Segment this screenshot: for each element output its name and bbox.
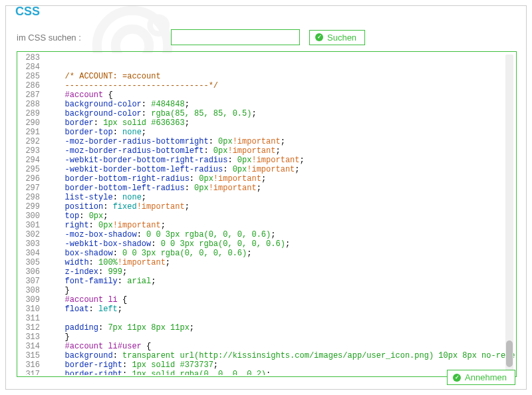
line-content[interactable]: font-family: arial; (47, 277, 515, 286)
line-content[interactable]: border-bottom-left-radius: 0px!important… (47, 184, 515, 193)
line-content[interactable]: border-right: 1px solid rgba(0, 0, 0, 0.… (47, 370, 515, 375)
code-line[interactable]: 290 border: 1px solid #636363; (19, 118, 515, 128)
line-content[interactable]: #account li { (47, 295, 515, 305)
line-number: 291 (19, 128, 47, 137)
code-line[interactable]: 287 #account { (19, 90, 515, 100)
code-area[interactable]: 283284285 /* ACCOUNT: =account286 ------… (19, 53, 515, 375)
code-line[interactable]: 288 background-color: #484848; (19, 100, 515, 109)
code-line[interactable]: 302 -moz-box-shadow: 0 0 3px rgba(0, 0, … (19, 230, 515, 239)
line-content[interactable]: border: 1px solid #636363; (47, 118, 515, 128)
line-number: 311 (19, 314, 47, 323)
line-number: 292 (19, 137, 47, 146)
check-icon (453, 374, 461, 382)
line-number: 316 (19, 360, 47, 370)
code-line[interactable]: 293 -moz-border-radius-bottomleft: 0px!i… (19, 146, 515, 156)
code-line[interactable]: 284 (19, 63, 515, 72)
code-line[interactable]: 310 float: left; (19, 305, 515, 314)
code-line[interactable]: 297 border-bottom-left-radius: 0px!impor… (19, 184, 515, 193)
code-line[interactable]: 301 right: 0px!important; (19, 221, 515, 230)
search-button[interactable]: Suchen (309, 30, 365, 45)
code-line[interactable]: 314 #account li#user { (19, 342, 515, 351)
line-number: 284 (19, 63, 47, 72)
line-number: 294 (19, 156, 47, 165)
code-line[interactable]: 298 list-style: none; (19, 193, 515, 202)
code-line[interactable]: 315 background: transparent url(http://k… (19, 351, 515, 360)
search-input[interactable] (171, 29, 300, 45)
line-content[interactable]: top: 0px; (47, 211, 515, 221)
line-content[interactable]: z-index: 999; (47, 267, 515, 277)
line-content[interactable]: box-shadow: 0 0 3px rgba(0, 0, 0, 0.6); (47, 249, 515, 258)
code-line[interactable]: 296 border-bottom-right-radius: 0px!impo… (19, 174, 515, 184)
line-number: 315 (19, 351, 47, 360)
line-content[interactable]: position: fixed!important; (47, 202, 515, 211)
code-line[interactable]: 299 position: fixed!important; (19, 202, 515, 211)
line-content[interactable]: -moz-box-shadow: 0 0 3px rgba(0, 0, 0, 0… (47, 230, 515, 239)
line-content[interactable]: padding: 7px 11px 8px 11px; (47, 323, 515, 332)
code-line[interactable]: 306 z-index: 999; (19, 267, 515, 277)
line-content[interactable]: -webkit-box-shadow: 0 0 3px rgba(0, 0, 0… (47, 239, 515, 249)
line-content[interactable]: /* ACCOUNT: =account (47, 72, 515, 81)
search-label: im CSS suchen : (17, 33, 171, 43)
line-content[interactable]: float: left; (47, 305, 515, 314)
line-content[interactable]: } (47, 286, 515, 295)
code-line[interactable]: 313 } (19, 332, 515, 342)
css-panel: CSS im CSS suchen : Suchen 283284285 /* … (5, 5, 527, 390)
line-number: 314 (19, 342, 47, 351)
code-line[interactable]: 303 -webkit-box-shadow: 0 0 3px rgba(0, … (19, 239, 515, 249)
code-line[interactable]: 307 font-family: arial; (19, 277, 515, 286)
line-content[interactable]: list-style: none; (47, 193, 515, 202)
line-number: 306 (19, 267, 47, 277)
line-number: 288 (19, 100, 47, 109)
line-number: 309 (19, 295, 47, 305)
code-line[interactable]: 292 -moz-border-radius-bottomright: 0px!… (19, 137, 515, 146)
line-number: 299 (19, 202, 47, 211)
line-content[interactable] (47, 53, 515, 63)
code-line[interactable]: 289 background-color: rgba(85, 85, 85, 0… (19, 109, 515, 118)
code-line[interactable]: 294 -webkit-border-bottom-right-radius: … (19, 156, 515, 165)
line-number: 304 (19, 249, 47, 258)
code-line[interactable]: 291 border-top: none; (19, 128, 515, 137)
code-editor[interactable]: 283284285 /* ACCOUNT: =account286 ------… (19, 53, 515, 375)
code-line[interactable]: 285 /* ACCOUNT: =account (19, 72, 515, 81)
code-line[interactable]: 308 } (19, 286, 515, 295)
line-content[interactable]: background-color: rgba(85, 85, 85, 0.5); (47, 109, 515, 118)
line-number: 298 (19, 193, 47, 202)
code-line[interactable]: 316 border-right: 1px solid #373737; (19, 360, 515, 370)
line-content[interactable]: -webkit-border-bottom-left-radius: 0px!i… (47, 165, 515, 174)
line-content[interactable]: border-bottom-right-radius: 0px!importan… (47, 174, 515, 184)
line-number: 310 (19, 305, 47, 314)
code-line[interactable]: 283 (19, 53, 515, 63)
code-line[interactable]: 304 box-shadow: 0 0 3px rgba(0, 0, 0, 0.… (19, 249, 515, 258)
code-line[interactable]: 311 (19, 314, 515, 323)
code-line[interactable]: 300 top: 0px; (19, 211, 515, 221)
line-number: 296 (19, 174, 47, 184)
code-line[interactable]: 295 -webkit-border-bottom-left-radius: 0… (19, 165, 515, 174)
line-content[interactable]: ------------------------------*/ (47, 81, 515, 90)
line-content[interactable] (47, 314, 515, 323)
line-content[interactable]: background: transparent url(http://kissi… (47, 351, 515, 360)
line-content[interactable]: width: 100%!important; (47, 258, 515, 267)
accept-button[interactable]: Annehmen (447, 370, 515, 385)
line-content[interactable]: right: 0px!important; (47, 221, 515, 230)
line-content[interactable]: background-color: #484848; (47, 100, 515, 109)
scrollbar-track[interactable] (505, 55, 513, 374)
code-line[interactable]: 305 width: 100%!important; (19, 258, 515, 267)
line-content[interactable]: -webkit-border-bottom-right-radius: 0px!… (47, 156, 515, 165)
scrollbar-thumb[interactable] (506, 340, 513, 367)
footer: Annehmen (447, 370, 515, 385)
line-content[interactable]: border-right: 1px solid #373737; (47, 360, 515, 370)
line-content[interactable]: -moz-border-radius-bottomright: 0px!impo… (47, 137, 515, 146)
code-line[interactable]: 312 padding: 7px 11px 8px 11px; (19, 323, 515, 332)
line-number: 285 (19, 72, 47, 81)
line-content[interactable]: #account { (47, 90, 515, 100)
line-content[interactable] (47, 63, 515, 72)
line-content[interactable]: -moz-border-radius-bottomleft: 0px!impor… (47, 146, 515, 156)
line-number: 302 (19, 230, 47, 239)
line-number: 297 (19, 184, 47, 193)
code-line[interactable]: 286 ------------------------------*/ (19, 81, 515, 90)
code-line[interactable]: 309 #account li { (19, 295, 515, 305)
line-content[interactable]: } (47, 332, 515, 342)
code-line[interactable]: 317 border-right: 1px solid rgba(0, 0, 0… (19, 370, 515, 375)
line-content[interactable]: #account li#user { (47, 342, 515, 351)
line-content[interactable]: border-top: none; (47, 128, 515, 137)
